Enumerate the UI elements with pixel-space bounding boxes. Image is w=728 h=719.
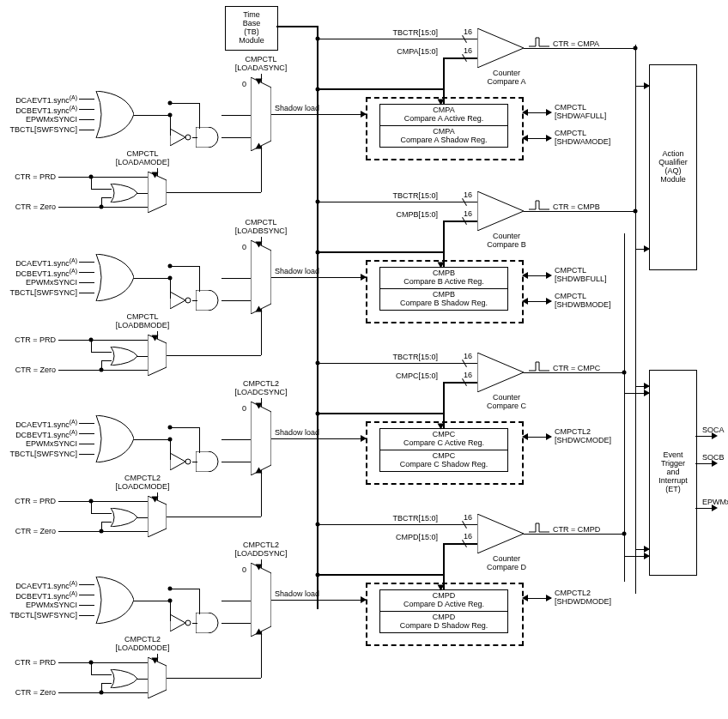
cmp-out-label-B: CTR = CMPB xyxy=(553,202,600,211)
cmp-out-stub-B xyxy=(624,211,625,212)
cmp-out-line-D xyxy=(524,534,624,535)
not-to-and xyxy=(192,300,197,301)
tbctr-width-A: 16 xyxy=(464,27,472,36)
ctr-zero-rise xyxy=(101,683,102,693)
reg-active-C: CMPCCompare C Active Reg. xyxy=(380,429,507,450)
lowermux-select-arrow xyxy=(256,306,263,312)
and-top-dot xyxy=(168,101,173,106)
sync-src-line xyxy=(79,454,94,455)
shadow-load-label: Shadow load xyxy=(275,104,319,112)
cmp-bus-v-C xyxy=(443,382,445,428)
tbctr-dot-D xyxy=(316,523,320,527)
cmp-out-line-C xyxy=(524,372,624,373)
lowermux-or-out xyxy=(137,679,148,680)
shadow-load-mux xyxy=(251,240,271,314)
cmp-bus-width2-D: 16 xyxy=(464,532,472,541)
sync-src-label: DCAEVT1.sync(A) xyxy=(9,580,77,590)
cmp-out-line-B xyxy=(524,211,635,212)
cmp-out-stub-A xyxy=(624,48,625,49)
sync-src-line xyxy=(79,262,94,263)
lowermux-or-gate xyxy=(110,669,137,688)
loadmode-arrow xyxy=(152,335,159,341)
sync-src-label: TBCTL[SWFSYNC] xyxy=(9,125,77,134)
cmp-out-label-C: CTR = CMPC xyxy=(553,364,600,372)
cmp-bus-label-C: CMPC[15:0] xyxy=(378,372,438,380)
mux-zero-label: 0 xyxy=(242,565,246,574)
loadsync-arrow xyxy=(256,403,263,409)
loadmode-label: CMPCTL2[LOADDMODE] xyxy=(105,636,180,653)
side-ctl-A-1: CMPCTL[SHDWAMODE] xyxy=(555,130,610,147)
side-ctl-arrow-l-B-0 xyxy=(522,272,528,279)
sync-src-line xyxy=(79,109,94,110)
cmp-bus-v-A xyxy=(443,57,445,104)
cmp-out-dot-B xyxy=(634,209,638,214)
reg-shadow-B: CMPBCompare B Shadow Reg. xyxy=(380,289,507,310)
and-top-in xyxy=(199,103,200,129)
shadow-load-label: Shadow load xyxy=(275,589,319,598)
shadow-load-line xyxy=(271,438,366,439)
lowermux-to-select xyxy=(261,146,262,192)
tbctr-width-D: 16 xyxy=(464,513,472,522)
and-top-h xyxy=(170,266,199,267)
mux-in-1v xyxy=(221,278,222,279)
or-gate xyxy=(94,415,134,462)
tbctr-label-A: TBCTR[15:0] xyxy=(378,28,438,37)
mux-in-1 xyxy=(221,115,251,116)
ctr-prd-label: CTR = PRD xyxy=(4,172,56,181)
mux-in-1 xyxy=(221,439,251,440)
shadow-load-mux xyxy=(251,77,271,151)
sync-src-line xyxy=(79,119,94,120)
sync-src-label: DCAEVT1.sync(A) xyxy=(9,419,77,429)
comparator-A xyxy=(477,28,524,68)
ctr-prd-to-or xyxy=(91,674,112,675)
side-ctl-arrow-r-A-0 xyxy=(546,109,552,116)
side-ctl-arrow-l-A-0 xyxy=(522,109,528,116)
and-top-in xyxy=(199,427,200,453)
mux-in-and xyxy=(221,137,251,138)
mux-zero-label: 0 xyxy=(242,404,246,413)
sync-src-label: DCBEVT1.sync(A) xyxy=(9,590,77,601)
cmp-out-line-A xyxy=(524,48,635,49)
cmp-bus-arrow-down-C xyxy=(438,424,445,430)
lowermux-select-arrow xyxy=(256,143,263,149)
sync-src-line xyxy=(79,130,94,130)
reg-shadow-A: CMPACompare A Shadow Reg. xyxy=(380,126,507,147)
cmp-bus-to-cmp-B xyxy=(443,221,477,222)
mux-in-and xyxy=(221,300,251,301)
comparator-name-C: CounterCompare C xyxy=(479,394,534,411)
and-top-dot xyxy=(168,426,173,430)
loadsync-arrow xyxy=(256,242,263,248)
ctr-prd-line xyxy=(58,340,148,341)
sync-src-line xyxy=(79,293,94,293)
not-gate xyxy=(170,292,192,309)
reg-block-B: CMPBCompare B Active Reg. CMPBCompare B … xyxy=(379,267,508,311)
and-top-dot xyxy=(168,264,173,269)
cmp-bus-h-B xyxy=(318,251,443,253)
cmp-bus-arrow-down-A xyxy=(438,100,445,106)
ctr-prd-label: CTR = PRD xyxy=(4,335,56,344)
or-out-line xyxy=(134,278,170,279)
sync-src-label: DCBEVT1.sync(A) xyxy=(9,268,77,278)
reg-active-D: CMPDCompare D Active Reg. xyxy=(380,590,507,612)
cmp-bus-width2-C: 16 xyxy=(464,371,472,379)
lowermux-select-arrow xyxy=(256,468,263,474)
sync-src-label: DCBEVT1.sync(A) xyxy=(9,105,77,115)
or-out-line xyxy=(134,115,170,116)
sync-src-line xyxy=(79,423,94,424)
tbctr-width-C: 16 xyxy=(464,352,472,360)
tbctr-line-C xyxy=(318,363,477,364)
sync-src-line xyxy=(79,282,94,283)
loadsync-label: CMPCTL[LOADASYNC] xyxy=(225,56,297,73)
cmp-bus-dot-B xyxy=(316,251,320,255)
reg-shadow-D: CMPDCompare D Shadow Reg. xyxy=(380,612,507,632)
mux-in-1v xyxy=(221,439,222,440)
sync-src-label: EPWMxSYNCI xyxy=(9,278,77,287)
cmp-bus-to-cmp-C xyxy=(443,382,477,384)
loadmode-label: CMPCTL[LOADAMODE] xyxy=(105,150,180,167)
cmp-bus-h-A xyxy=(318,88,443,90)
sync-src-line xyxy=(79,595,94,595)
cmp-bus-to-cmp-A xyxy=(443,57,477,59)
tbctr-dot-C xyxy=(316,361,320,366)
mux-in-1 xyxy=(221,278,251,279)
tbctr-dot-B xyxy=(316,200,320,204)
